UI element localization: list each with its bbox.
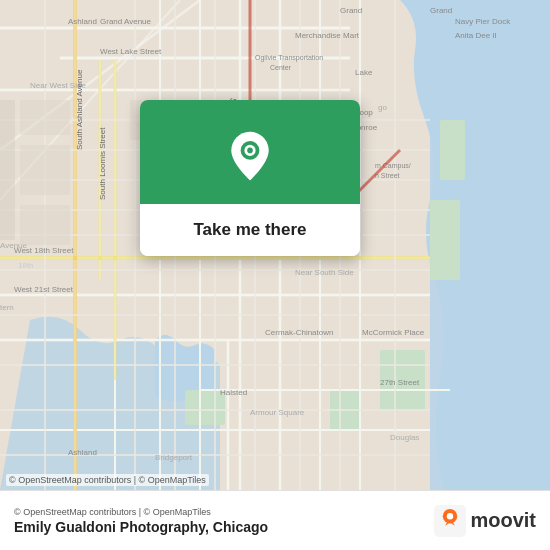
- card-overlay: Take me there: [140, 100, 360, 256]
- svg-text:18th: 18th: [18, 261, 34, 270]
- svg-rect-87: [0, 100, 15, 240]
- svg-rect-83: [20, 100, 70, 135]
- svg-rect-5: [185, 390, 225, 425]
- map-attribution: © OpenStreetMap contributors | © OpenMap…: [6, 474, 209, 486]
- svg-text:Grand: Grand: [340, 6, 362, 15]
- svg-text:Ashland: Ashland: [68, 448, 97, 457]
- svg-text:West Lake Street: West Lake Street: [100, 47, 162, 56]
- footer-title: Emily Gualdoni Photography, Chicago: [14, 519, 268, 535]
- map-container: Grand Avenue West Lake Street Near West …: [0, 0, 550, 490]
- svg-text:Navy Pier Dock: Navy Pier Dock: [455, 17, 511, 26]
- svg-text:South Loomis Street: South Loomis Street: [98, 127, 107, 200]
- svg-point-97: [447, 513, 453, 519]
- svg-text:Center: Center: [270, 64, 292, 71]
- svg-rect-6: [440, 120, 465, 180]
- svg-text:tern: tern: [0, 303, 14, 312]
- svg-text:Armour Square: Armour Square: [250, 408, 305, 417]
- svg-text:Anita Dee II: Anita Dee II: [455, 31, 497, 40]
- svg-text:Ashland: Ashland: [68, 17, 97, 26]
- svg-text:Near South Side: Near South Side: [295, 268, 354, 277]
- svg-point-94: [247, 148, 253, 154]
- svg-text:West 21st Street: West 21st Street: [14, 285, 74, 294]
- svg-text:27th Street: 27th Street: [380, 378, 420, 387]
- svg-text:Merchandise Mart: Merchandise Mart: [295, 31, 360, 40]
- footer: © OpenStreetMap contributors | © OpenMap…: [0, 490, 550, 550]
- svg-text:Grand Avenue: Grand Avenue: [100, 17, 152, 26]
- svg-text:go: go: [378, 103, 387, 112]
- svg-text:Lake: Lake: [355, 68, 373, 77]
- svg-text:Grand: Grand: [430, 6, 452, 15]
- svg-text:Cermak-Chinatown: Cermak-Chinatown: [265, 328, 333, 337]
- svg-rect-84: [20, 145, 70, 195]
- svg-text:Ogilvie Transportation: Ogilvie Transportation: [255, 54, 323, 62]
- svg-text:Halsted: Halsted: [220, 388, 247, 397]
- moovit-brand-icon: [434, 505, 466, 537]
- svg-text:McCormick Place: McCormick Place: [362, 328, 425, 337]
- svg-rect-85: [20, 205, 70, 245]
- svg-rect-2: [430, 200, 460, 280]
- svg-text:Douglas: Douglas: [390, 433, 419, 442]
- take-me-there-button[interactable]: Take me there: [140, 204, 360, 256]
- location-pin-icon: [222, 128, 278, 184]
- moovit-text: moovit: [470, 509, 536, 532]
- moovit-logo[interactable]: moovit: [434, 505, 536, 537]
- footer-left: © OpenStreetMap contributors | © OpenMap…: [14, 507, 268, 535]
- svg-text:Bridgeport: Bridgeport: [155, 453, 193, 462]
- svg-text:South Ashland Avenue: South Ashland Avenue: [75, 69, 84, 150]
- card-green-area: [140, 100, 360, 204]
- footer-attribution: © OpenStreetMap contributors | © OpenMap…: [14, 507, 268, 517]
